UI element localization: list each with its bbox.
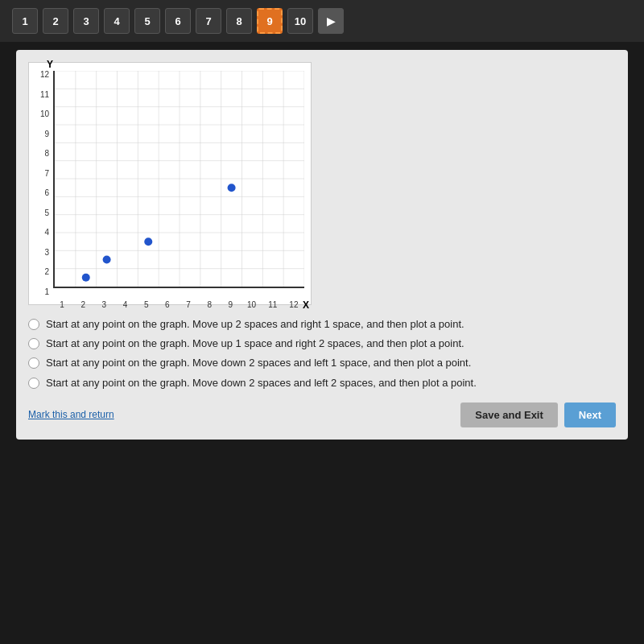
option-item-4[interactable]: Start at any point on the graph. Move do… bbox=[28, 376, 616, 390]
y-tick: 4 bbox=[33, 229, 49, 237]
y-axis-numbers: 123456789101112 bbox=[33, 71, 49, 296]
x-tick: 10 bbox=[243, 300, 261, 309]
bottom-bar: Mark this and return Save and Exit Next bbox=[28, 402, 616, 427]
save-exit-button[interactable]: Save and Exit bbox=[460, 402, 558, 427]
y-tick: 1 bbox=[33, 288, 49, 296]
radio-btn-2[interactable] bbox=[28, 338, 39, 349]
x-axis-numbers: 123456789101112 bbox=[53, 300, 303, 309]
option-text-1: Start at any point on the graph. Move up… bbox=[46, 317, 464, 332]
graph-canvas[interactable] bbox=[53, 71, 304, 288]
x-tick: 2 bbox=[74, 300, 92, 309]
radio-btn-4[interactable] bbox=[28, 378, 39, 389]
radio-btn-3[interactable] bbox=[28, 357, 39, 369]
main-content: Y 123456789101112 123456789101112 X Star… bbox=[16, 50, 628, 440]
mark-return-link[interactable]: Mark this and return bbox=[28, 409, 114, 420]
page-btn-2[interactable]: 2 bbox=[43, 8, 68, 34]
y-tick: 12 bbox=[33, 71, 49, 79]
x-tick: 7 bbox=[180, 300, 197, 309]
x-tick: 9 bbox=[221, 300, 239, 309]
page-btn-4[interactable]: 4 bbox=[104, 8, 130, 34]
page-btn-7[interactable]: 7 bbox=[196, 8, 221, 34]
graph-container: Y 123456789101112 123456789101112 X bbox=[28, 62, 312, 305]
option-text-4: Start at any point on the graph. Move do… bbox=[46, 376, 477, 390]
options-list: Start at any point on the graph. Move up… bbox=[28, 317, 616, 390]
y-tick: 3 bbox=[33, 249, 49, 257]
y-tick: 2 bbox=[33, 268, 49, 276]
option-item-1[interactable]: Start at any point on the graph. Move up… bbox=[28, 317, 616, 332]
radio-btn-1[interactable] bbox=[28, 319, 39, 330]
y-tick: 10 bbox=[33, 110, 49, 118]
x-tick: 8 bbox=[200, 300, 218, 309]
page-btn-9[interactable]: 9 bbox=[257, 8, 283, 34]
page-btn-6[interactable]: 6 bbox=[165, 8, 191, 34]
option-text-2: Start at any point on the graph. Move up… bbox=[46, 336, 464, 351]
button-group: Save and Exit Next bbox=[460, 402, 616, 427]
y-tick: 5 bbox=[33, 209, 49, 217]
y-tick: 6 bbox=[33, 189, 49, 197]
next-page-arrow[interactable]: ▶ bbox=[318, 8, 344, 34]
x-tick: 11 bbox=[264, 300, 282, 309]
page-btn-3[interactable]: 3 bbox=[73, 8, 99, 34]
x-tick: 5 bbox=[138, 300, 155, 309]
page-btn-1[interactable]: 1 bbox=[12, 8, 38, 34]
x-axis-label: X bbox=[303, 299, 309, 311]
y-tick: 7 bbox=[33, 170, 49, 178]
x-tick: 1 bbox=[53, 300, 71, 309]
graph-area: Y 123456789101112 123456789101112 X bbox=[53, 71, 303, 296]
page-btn-5[interactable]: 5 bbox=[134, 8, 160, 34]
option-text-3: Start at any point on the graph. Move do… bbox=[46, 356, 471, 370]
y-tick: 11 bbox=[33, 91, 49, 99]
y-tick: 8 bbox=[33, 150, 49, 158]
pagination-bar: 12345678910▶ bbox=[0, 0, 644, 42]
x-tick: 12 bbox=[285, 300, 303, 309]
y-tick: 9 bbox=[33, 130, 49, 138]
page-btn-10[interactable]: 10 bbox=[287, 8, 313, 34]
x-tick: 3 bbox=[95, 300, 113, 309]
x-tick: 4 bbox=[117, 300, 134, 309]
x-tick: 6 bbox=[159, 300, 176, 309]
y-axis-label: Y bbox=[47, 59, 53, 70]
option-item-2[interactable]: Start at any point on the graph. Move up… bbox=[28, 336, 616, 351]
option-item-3[interactable]: Start at any point on the graph. Move do… bbox=[28, 356, 616, 370]
page-btn-8[interactable]: 8 bbox=[226, 8, 252, 34]
next-button[interactable]: Next bbox=[564, 402, 616, 427]
